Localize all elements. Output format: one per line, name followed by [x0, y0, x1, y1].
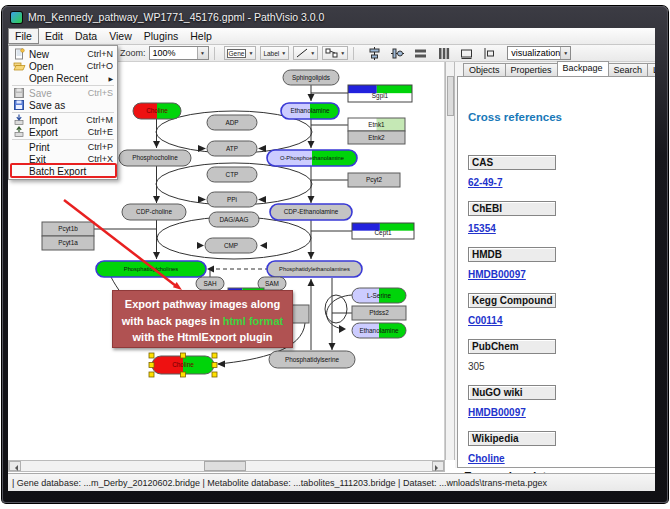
- pathway-node-cmp[interactable]: CMP: [205, 238, 257, 253]
- xref-link-kegg-compound[interactable]: C00114: [468, 315, 502, 326]
- file-menu-item-save[interactable]: SaveCtrl+S: [9, 87, 117, 99]
- menu-plugins[interactable]: Plugins: [138, 28, 184, 44]
- pathway-node-pcyt1a[interactable]: Pcyt1a: [42, 236, 94, 250]
- chevron-down-icon[interactable]: ▼: [560, 47, 570, 59]
- tab-properties[interactable]: Properties: [505, 63, 558, 76]
- same-height-icon[interactable]: [481, 46, 497, 61]
- xref-link-cas[interactable]: 62-49-7: [468, 177, 502, 188]
- same-width-icon[interactable]: [458, 46, 474, 61]
- selection-handle[interactable]: [149, 353, 154, 358]
- xref-link-chebi[interactable]: 15354: [468, 223, 496, 234]
- tab-backpage[interactable]: Backpage: [557, 61, 609, 76]
- shape-tool-button[interactable]: ▼: [322, 46, 348, 60]
- line-tool-button[interactable]: ▼: [293, 46, 318, 60]
- svg-text:Pcyt1a: Pcyt1a: [58, 239, 78, 247]
- zoom-combobox[interactable]: 100% ▼: [149, 46, 209, 60]
- menu-item-shortcut: Ctrl+M: [86, 115, 113, 125]
- scrollbar-thumb[interactable]: [447, 76, 454, 116]
- distribute-vertical-icon[interactable]: [435, 46, 451, 61]
- scrollbar-thumb[interactable]: [204, 461, 246, 471]
- svg-text:Choline: Choline: [146, 107, 168, 114]
- xref-link-nugo-wiki[interactable]: HMDB00097: [468, 407, 526, 418]
- pathway-node-atp[interactable]: ATP: [207, 141, 257, 156]
- pathway-node-phosphatidylethanolamines[interactable]: Phosphatidylethanolamines: [267, 261, 362, 277]
- selection-handle[interactable]: [181, 353, 186, 358]
- horizontal-scrollbar[interactable]: [8, 460, 445, 472]
- file-menu-item-open-recent[interactable]: Open Recent▶: [9, 72, 117, 84]
- selection-handle[interactable]: [212, 353, 217, 358]
- scroll-right-arrow[interactable]: [432, 461, 444, 471]
- svg-text:PPi: PPi: [227, 196, 237, 203]
- pathway-node-ethanolamine[interactable]: Ethanolamine: [352, 323, 406, 338]
- pathway-node-phosphatidylserine[interactable]: Phosphatidylserine: [269, 351, 355, 368]
- chevron-down-icon[interactable]: ▼: [340, 50, 345, 56]
- pathway-node-pcyt1b[interactable]: Pcyt1b: [42, 222, 94, 236]
- menu-file[interactable]: File: [8, 28, 39, 44]
- svg-text:Phosphatidylcholines: Phosphatidylcholines: [124, 266, 179, 272]
- xref-link-hmdb[interactable]: HMDB00097: [468, 269, 526, 280]
- pathway-node-choline[interactable]: Choline: [149, 353, 217, 377]
- file-menu-item-export[interactable]: ExportCtrl+E: [9, 126, 117, 138]
- pathway-node-etnk2[interactable]: Etnk2: [348, 131, 405, 144]
- pathway-node-adp[interactable]: ADP: [207, 115, 257, 130]
- menu-bar: FileEditDataViewPluginsHelp: [8, 28, 655, 45]
- menu-help[interactable]: Help: [184, 28, 218, 44]
- pathway-node-dag-aag[interactable]: DAG/AAG: [209, 212, 259, 227]
- callout-text: with the HtmlExport plugin: [133, 331, 273, 343]
- pathway-node-cdp-ethanolamine[interactable]: CDP-Ethanolamine: [270, 204, 352, 220]
- tab-legend[interactable]: Legend: [647, 63, 655, 76]
- align-middle-icon[interactable]: [389, 46, 405, 61]
- pathway-node-o-phosphoethanolamine[interactable]: O-Phosphoethanolamine: [267, 150, 357, 166]
- pathway-node-l-serine[interactable]: L-Serine: [352, 288, 406, 303]
- distribute-horizontal-icon[interactable]: [412, 46, 428, 61]
- chevron-down-icon[interactable]: ▼: [281, 50, 286, 56]
- menu-data[interactable]: Data: [69, 28, 103, 44]
- file-menu-popup: NewCtrl+NOpenCtrl+OOpen Recent▶SaveCtrl+…: [8, 45, 118, 180]
- pathway-node-phosphatidylcholines[interactable]: Phosphatidylcholines: [96, 261, 206, 277]
- pathway-node-cept1[interactable]: Cept1: [352, 223, 414, 239]
- pathway-node-ethanolamine[interactable]: Ethanolamine: [281, 103, 339, 119]
- selection-handle[interactable]: [149, 372, 154, 377]
- scroll-left-arrow[interactable]: [9, 461, 21, 471]
- line-icon: [296, 48, 308, 58]
- menu-view[interactable]: View: [103, 28, 138, 44]
- add-label-button[interactable]: Label ▼: [260, 46, 289, 60]
- tab-search[interactable]: Search: [608, 63, 649, 76]
- tab-objects[interactable]: Objects: [463, 63, 506, 76]
- selection-handle[interactable]: [212, 363, 217, 368]
- chevron-down-icon[interactable]: ▼: [310, 50, 315, 56]
- menu-separator: [12, 139, 114, 140]
- file-menu-item-print[interactable]: PrintCtrl+P: [9, 141, 117, 153]
- chevron-down-icon[interactable]: ▼: [197, 47, 208, 59]
- selection-handle[interactable]: [149, 363, 154, 368]
- visualization-combobox[interactable]: visualization ▼: [507, 46, 571, 60]
- pathway-node-phosphocholine[interactable]: Phosphocholine: [119, 150, 191, 166]
- file-menu-item-new[interactable]: NewCtrl+N: [9, 48, 117, 60]
- svg-text:SAM: SAM: [265, 280, 279, 287]
- file-menu-item-exit[interactable]: ExitCtrl+X: [9, 153, 117, 165]
- pathway-node-pcyt2[interactable]: Pcyt2: [348, 173, 400, 187]
- pathway-node-choline[interactable]: Choline: [133, 103, 181, 119]
- vertical-scrollbar[interactable]: [445, 62, 455, 460]
- file-menu-item-save-as[interactable]: Save as: [9, 99, 117, 111]
- edge-arrowhead: [308, 141, 315, 148]
- selection-handle[interactable]: [181, 372, 186, 377]
- menu-edit[interactable]: Edit: [39, 28, 69, 44]
- pathway-node-ppi[interactable]: PPi: [207, 192, 257, 207]
- chevron-down-icon[interactable]: ▼: [248, 50, 253, 56]
- align-center-icon[interactable]: [366, 46, 382, 61]
- pathway-node-ctp[interactable]: CTP: [207, 167, 257, 182]
- add-gene-button[interactable]: Gene ▼: [224, 46, 257, 60]
- selection-handle[interactable]: [212, 372, 217, 377]
- pathway-node-sphingolipids[interactable]: Sphingolipids: [283, 70, 339, 85]
- pathway-node-sah[interactable]: SAH: [196, 277, 224, 290]
- file-menu-item-batch-export[interactable]: Batch Export: [9, 165, 117, 177]
- xref-link-wikipedia[interactable]: Choline: [468, 453, 505, 464]
- pathway-node-sgpl1[interactable]: Sgpl1: [348, 85, 412, 102]
- svg-text:Sphingolipids: Sphingolipids: [292, 74, 330, 82]
- pathway-node-cdp-choline[interactable]: CDP-choline: [122, 204, 186, 220]
- file-menu-item-open[interactable]: OpenCtrl+O: [9, 60, 117, 72]
- pathway-node-etnk1[interactable]: Etnk1: [348, 118, 405, 131]
- pathway-node-ptdss2[interactable]: Ptdss2: [352, 306, 406, 320]
- file-menu-item-import[interactable]: ImportCtrl+M: [9, 114, 117, 126]
